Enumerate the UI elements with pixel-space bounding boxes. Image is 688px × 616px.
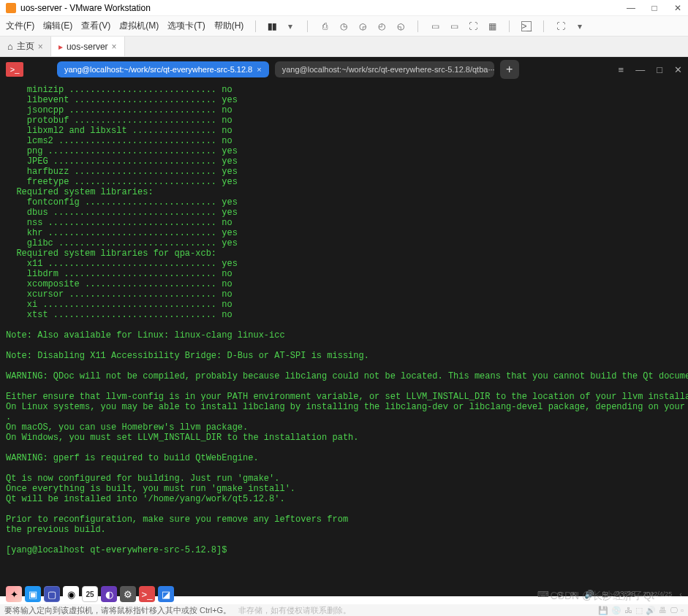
terminal-window: >_ yang@localhost:~/work/src/qt-everywhe… [0, 57, 688, 596]
file-manager-icon[interactable]: ▣ [25, 586, 41, 602]
fullscreen-icon[interactable]: ⛶ [556, 21, 566, 31]
menu-vm[interactable]: 虚拟机(M) [119, 20, 159, 32]
close-icon[interactable]: × [257, 65, 261, 74]
tray-expand-icon[interactable]: ‹ [679, 590, 682, 598]
unity-icon[interactable]: ⛶ [468, 21, 478, 31]
dropdown2-icon[interactable]: ▾ [575, 21, 585, 31]
fit-guest-icon[interactable]: ▭ [430, 21, 440, 31]
more-icon[interactable]: ▫ [681, 606, 684, 615]
hamburger-menu-icon[interactable]: ≡ [619, 64, 624, 75]
terminal-output[interactable]: minizip ............................ no … [0, 82, 688, 596]
vmware-tabs: ⌂ 主页 × ▸ uos-server × [0, 37, 688, 57]
tab-uos-server[interactable]: ▸ uos-server × [51, 37, 125, 56]
menu-tabs[interactable]: 选项卡(T) [167, 20, 205, 32]
thumbnail-icon[interactable]: ▦ [487, 21, 497, 31]
vm-running-icon: ▸ [58, 42, 63, 52]
system-tray[interactable]: ⌨ ⊙ ✉ 🔊 ⊞ 23:28 2022/4/25 ‹ [537, 590, 682, 599]
tray-icon[interactable]: ⊙ [556, 590, 563, 599]
snapshot-icon[interactable]: ◷ [339, 21, 349, 31]
disk-icon[interactable]: 💾 [598, 606, 608, 615]
close-icon[interactable]: × [38, 42, 43, 52]
usb-icon[interactable]: ⬚ [635, 606, 643, 615]
vmware-statusbar: 要将输入定向到该虚拟机，请将鼠标指针移入其中或按 Ctrl+G。 非存储，如有侵… [0, 604, 688, 616]
app-store-icon[interactable]: ▢ [44, 586, 60, 602]
console-icon[interactable]: >_ [521, 21, 532, 31]
sound-icon[interactable]: 🔊 [646, 606, 656, 615]
clock-time[interactable]: 23:28 [616, 590, 636, 598]
menu-view[interactable]: 查看(V) [81, 20, 110, 32]
pause-icon[interactable]: ▮▮ [268, 21, 276, 31]
window-title: uos-server - VMware Workstation [20, 3, 627, 13]
tab-home[interactable]: ⌂ 主页 × [0, 37, 51, 56]
settings-icon[interactable]: ⚙ [120, 586, 136, 602]
keyboard-icon[interactable]: ⌨ [537, 590, 549, 599]
browser-icon[interactable]: ◉ [63, 586, 79, 602]
close-icon[interactable]: × [112, 42, 117, 52]
network-icon[interactable]: ⊞ [602, 590, 608, 599]
cd-icon[interactable]: 💿 [611, 606, 621, 615]
monitor-icon[interactable]: ◐ [101, 586, 117, 602]
launcher-icon[interactable]: ✦ [6, 586, 22, 602]
snapshot-mgr-icon[interactable]: ◶ [358, 21, 368, 31]
menu-file[interactable]: 文件(F) [6, 20, 34, 32]
guest-taskbar: ✦ ▣ ▢ ◉ 25 ◐ ⚙ >_ ◪ ⌨ ⊙ ✉ 🔊 ⊞ 23:28 2022… [0, 584, 688, 604]
term-close-button[interactable]: ✕ [674, 64, 682, 75]
status-device-icons[interactable]: 💾 💿 🖧 ⬚ 🔊 🖶 🖵 ▫ [598, 606, 684, 615]
window-titlebar: uos-server - VMware Workstation — □ ✕ [0, 0, 688, 16]
volume-icon[interactable]: 🔊 [584, 590, 594, 599]
notification-icon[interactable]: ✉ [570, 590, 577, 599]
clock-date: 2022/4/25 [643, 590, 672, 598]
revert-icon[interactable]: ◴ [377, 21, 387, 31]
terminal-icon[interactable]: >_ [139, 586, 155, 602]
new-tab-button[interactable]: + [500, 60, 519, 79]
close-button[interactable]: ✕ [673, 4, 682, 12]
terminal-app-icon[interactable]: >_ [6, 62, 23, 77]
dropdown-icon[interactable]: ▾ [285, 21, 295, 31]
fit-window-icon[interactable]: ▭ [449, 21, 459, 31]
term-maximize-button[interactable]: □ [657, 64, 662, 75]
menu-bar: 文件(F) 编辑(E) 查看(V) 虚拟机(M) 选项卡(T) 帮助(H) ▮▮… [0, 16, 688, 37]
status-hint: 要将输入定向到该虚拟机，请将鼠标指针移入其中或按 Ctrl+G。 [4, 605, 231, 616]
terminal-tabbar: >_ yang@localhost:~/work/src/qt-everywhe… [0, 57, 688, 82]
terminal-tab-1[interactable]: yang@localhost:~/work/src/qt-everywhere-… [57, 61, 269, 77]
printer-icon[interactable]: 🖶 [659, 606, 667, 615]
menu-edit[interactable]: 编辑(E) [43, 20, 72, 32]
menu-help[interactable]: 帮助(H) [214, 20, 244, 32]
minimize-button[interactable]: — [627, 4, 635, 12]
net-icon[interactable]: 🖧 [624, 606, 632, 615]
home-icon: ⌂ [7, 41, 13, 52]
app-icon[interactable]: ◪ [158, 586, 174, 602]
maximize-button[interactable]: □ [650, 4, 659, 12]
terminal-tab-2[interactable]: yang@localhost:~/work/src/qt-everywhere-… [275, 61, 494, 77]
calendar-icon[interactable]: 25 [82, 586, 98, 602]
display-icon[interactable]: 🖵 [670, 606, 678, 615]
vmware-icon [6, 3, 16, 13]
term-minimize-button[interactable]: — [635, 64, 645, 75]
manage-icon[interactable]: ◵ [396, 21, 406, 31]
status-extra: 非存储，如有侵权请联系删除。 [238, 605, 351, 616]
send-icon[interactable]: ⎙ [320, 21, 330, 31]
